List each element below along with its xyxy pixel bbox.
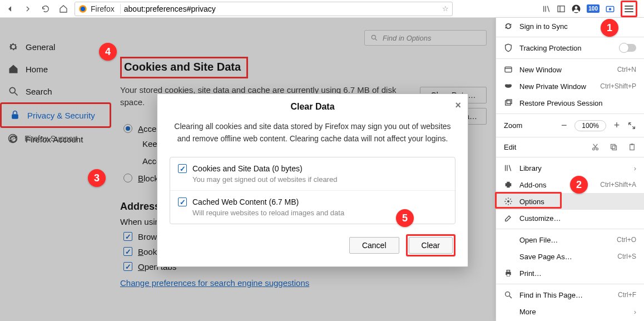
menu-sign-in[interactable]: Sign in to Sync — [496, 18, 644, 34]
urlbar-divider — [120, 4, 121, 14]
svg-rect-27 — [507, 270, 509, 272]
sidebar-icon[interactable] — [557, 4, 566, 13]
sidebar-label: General — [26, 42, 55, 52]
back-button[interactable] — [3, 2, 17, 16]
screenshot-icon[interactable] — [605, 4, 615, 14]
svg-point-25 — [507, 200, 509, 203]
clear-button[interactable]: Clear — [409, 237, 453, 254]
svg-rect-15 — [505, 67, 512, 72]
search-icon — [370, 34, 378, 42]
radio-icon — [123, 124, 132, 133]
radio-icon — [123, 174, 132, 182]
menu-customize[interactable]: Customize… — [496, 210, 644, 226]
sidebar-item-support[interactable]: ? Firefox Support — [8, 134, 78, 144]
find-in-options[interactable]: Find in Options — [364, 30, 487, 46]
gear-icon — [504, 197, 513, 206]
dialog-body: Clearing all cookies and site data store… — [157, 117, 468, 149]
svg-point-29 — [506, 292, 510, 297]
menu-label: Save Page As… — [519, 253, 611, 261]
url-bar[interactable]: Firefox ☆ — [75, 2, 453, 16]
lock-icon — [9, 110, 21, 121]
svg-rect-24 — [631, 144, 633, 145]
gear-icon — [8, 41, 19, 52]
svg-rect-23 — [630, 145, 635, 150]
menu-label: Options — [519, 197, 636, 206]
fullscreen-icon[interactable] — [627, 121, 636, 130]
checkbox-icon — [123, 262, 132, 271]
checkbox-icon — [178, 164, 187, 173]
hamburger-menu-button[interactable] — [621, 1, 637, 17]
menu-open-file[interactable]: Open File… Ctrl+O — [496, 231, 644, 248]
home-icon — [8, 63, 19, 75]
clear-data-dialog: Clear Data × Clearing all cookies and si… — [157, 93, 468, 267]
svg-point-8 — [9, 87, 15, 93]
paint-icon — [504, 214, 513, 223]
zoom-label: Zoom — [504, 121, 553, 130]
sidebar-item-home[interactable]: Home — [0, 58, 111, 80]
preferences-sidebar: General Home Search Privacy & Security F… — [0, 18, 111, 150]
sidebar-item-general[interactable]: General — [0, 36, 111, 58]
checkbox-icon — [123, 232, 132, 241]
svg-line-14 — [375, 39, 377, 41]
forward-button[interactable] — [21, 2, 34, 16]
puzzle-icon — [504, 180, 513, 189]
svg-rect-21 — [612, 146, 617, 150]
menu-label: Restore Previous Session — [519, 99, 636, 107]
menu-new-window[interactable]: New Window Ctrl+N — [496, 61, 644, 78]
extension-badge[interactable]: 100 — [587, 4, 600, 13]
paste-icon[interactable] — [628, 143, 636, 151]
copy-icon[interactable] — [610, 143, 618, 151]
callout-3: 3 — [88, 169, 106, 187]
sidebar-item-search[interactable]: Search — [0, 80, 111, 102]
menu-library[interactable]: Library › — [496, 160, 644, 176]
svg-rect-2 — [558, 6, 564, 12]
menu-new-private[interactable]: New Private Window Ctrl+Shift+P — [496, 78, 644, 95]
dialog-opt-cookies[interactable]: Cookies and Site Data (0 bytes) You may … — [170, 157, 455, 190]
opt-title: Cached Web Content (6.7 MB) — [192, 197, 299, 206]
sidebar-label: Firefox Support — [24, 134, 78, 143]
sidebar-label: Home — [26, 65, 48, 74]
svg-rect-22 — [611, 145, 616, 149]
svg-point-5 — [575, 6, 578, 9]
search-suggestion-link[interactable]: Change preferences for search engine sug… — [120, 278, 309, 288]
menu-shortcut: Ctrl+F — [618, 291, 636, 299]
menu-restore[interactable]: Restore Previous Session — [496, 95, 644, 111]
bookmark-star-icon[interactable]: ☆ — [442, 4, 449, 13]
cut-icon[interactable] — [591, 143, 600, 151]
tracking-toggle[interactable] — [620, 44, 636, 52]
svg-line-30 — [509, 296, 512, 298]
callout-2: 2 — [570, 176, 588, 194]
firefox-logo-icon — [78, 4, 87, 13]
menu-label: Customize… — [519, 214, 636, 223]
account-icon[interactable] — [571, 4, 581, 14]
cancel-button[interactable]: Cancel — [349, 237, 399, 254]
sidebar-item-privacy[interactable]: Privacy & Security — [0, 102, 111, 128]
menu-label: More — [519, 308, 627, 316]
menu-label: Tracking Protection — [519, 44, 613, 52]
app-menu: Sign in to Sync Tracking Protection New … — [496, 18, 644, 321]
menu-save-as[interactable]: Save Page As… Ctrl+S — [496, 248, 644, 265]
menu-more[interactable]: More › — [496, 303, 644, 320]
menu-tracking[interactable]: Tracking Protection — [496, 39, 644, 56]
home-button[interactable] — [57, 2, 70, 16]
zoom-value[interactable]: 100% — [574, 120, 606, 131]
library-icon[interactable] — [542, 4, 551, 13]
menu-shortcut: Ctrl+O — [617, 236, 636, 244]
menu-label: Library — [519, 164, 627, 172]
restore-icon — [504, 98, 513, 107]
print-icon — [504, 269, 513, 278]
zoom-in-button[interactable]: + — [612, 120, 622, 131]
menu-label: Open File… — [519, 236, 610, 244]
svg-rect-17 — [506, 101, 511, 105]
reload-button[interactable] — [39, 2, 52, 16]
sync-icon — [504, 22, 513, 31]
menu-options[interactable]: Options — [496, 193, 644, 210]
dialog-close-button[interactable]: × — [455, 100, 461, 111]
menu-label: Sign in to Sync — [519, 22, 636, 31]
url-input[interactable] — [124, 4, 439, 13]
edit-label: Edit — [504, 143, 581, 151]
menu-find[interactable]: Find in This Page… Ctrl+F — [496, 287, 644, 303]
zoom-out-button[interactable]: − — [559, 120, 569, 131]
menu-print[interactable]: Print… — [496, 265, 644, 282]
checkbox-icon — [178, 197, 187, 206]
